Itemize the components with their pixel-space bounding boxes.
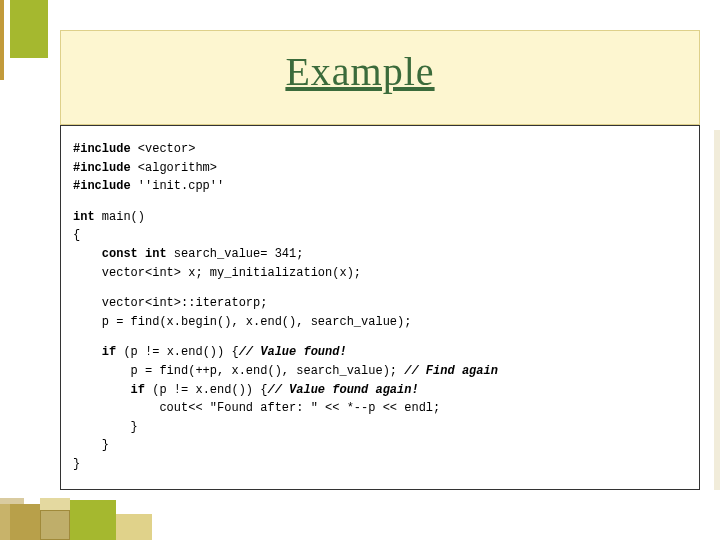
code-line: vector<int> x; my_initialization(x); <box>73 264 687 283</box>
comment: // Find again <box>404 364 498 378</box>
keyword: #include <box>73 142 131 156</box>
code-text: cout<< "Found after: " << *--p << endl; <box>159 401 440 415</box>
code-line: vector<int>::iteratorp; <box>73 294 687 313</box>
keyword: #include <box>73 179 131 193</box>
code-text: vector<int> x; my_initialization(x); <box>102 266 361 280</box>
code-text: <algorithm> <box>131 161 217 175</box>
keyword: const int <box>102 247 167 261</box>
code-text: p = find(++p, x.end(), search_value); <box>131 364 405 378</box>
code-text: main() <box>95 210 145 224</box>
code-text: } <box>102 438 109 452</box>
code-line: } <box>73 455 687 474</box>
keyword: if <box>102 345 116 359</box>
deco-right-stripe <box>714 130 720 490</box>
if-block: if (p != x.end()) {// Value found! p = f… <box>73 343 687 473</box>
deco-square <box>70 500 116 540</box>
code-line: cout<< "Found after: " << *--p << endl; <box>73 399 687 418</box>
code-line: p = find(x.begin(), x.end(), search_valu… <box>73 313 687 332</box>
code-line: } <box>73 436 687 455</box>
slide-title: Example <box>0 48 720 95</box>
indent <box>73 420 131 434</box>
code-block: #include <vector> #include <algorithm> #… <box>60 125 700 490</box>
code-line: #include <vector> <box>73 140 687 159</box>
indent <box>73 266 102 280</box>
comment: // Value found again! <box>267 383 418 397</box>
code-text: <vector> <box>131 142 196 156</box>
main-signature-block: int main() { const int search_value= 341… <box>73 208 687 282</box>
indent <box>73 438 102 452</box>
includes-block: #include <vector> #include <algorithm> #… <box>73 140 687 196</box>
indent <box>73 383 131 397</box>
code-line: { <box>73 226 687 245</box>
indent <box>73 345 102 359</box>
comment: // Value found! <box>239 345 347 359</box>
deco-square <box>0 504 10 540</box>
code-text: (p != x.end()) { <box>145 383 267 397</box>
indent <box>73 296 102 310</box>
code-line: int main() <box>73 208 687 227</box>
code-text: p = find(x.begin(), x.end(), search_valu… <box>102 315 412 329</box>
code-line: p = find(++p, x.end(), search_value); //… <box>73 362 687 381</box>
keyword: if <box>131 383 145 397</box>
code-line: const int search_value= 341; <box>73 245 687 264</box>
code-line: if (p != x.end()) {// Value found! <box>73 343 687 362</box>
keyword: int <box>73 210 95 224</box>
deco-square <box>10 504 40 540</box>
code-line: #include <algorithm> <box>73 159 687 178</box>
iterator-block: vector<int>::iteratorp; p = find(x.begin… <box>73 294 687 331</box>
deco-square <box>40 510 70 540</box>
code-line: if (p != x.end()) {// Value found again! <box>73 381 687 400</box>
code-text: } <box>73 457 80 471</box>
code-text: { <box>73 228 80 242</box>
code-text: vector<int>::iteratorp; <box>102 296 268 310</box>
code-text: (p != x.end()) { <box>116 345 238 359</box>
code-line: #include ''init.cpp'' <box>73 177 687 196</box>
code-line: } <box>73 418 687 437</box>
indent <box>73 247 102 261</box>
code-text: search_value= 341; <box>167 247 304 261</box>
deco-square <box>116 514 152 540</box>
indent <box>73 401 159 415</box>
indent <box>73 315 102 329</box>
deco-square <box>40 498 70 510</box>
code-text: } <box>131 420 138 434</box>
indent <box>73 364 131 378</box>
code-text: ''init.cpp'' <box>131 179 225 193</box>
keyword: #include <box>73 161 131 175</box>
